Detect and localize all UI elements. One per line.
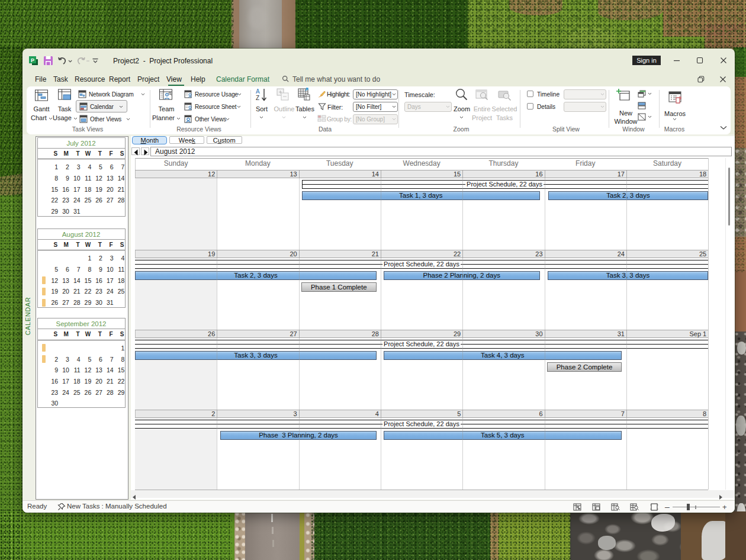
svg-text:A: A <box>256 88 260 95</box>
svg-text:Z: Z <box>256 95 259 101</box>
svg-text:P: P <box>31 57 34 63</box>
